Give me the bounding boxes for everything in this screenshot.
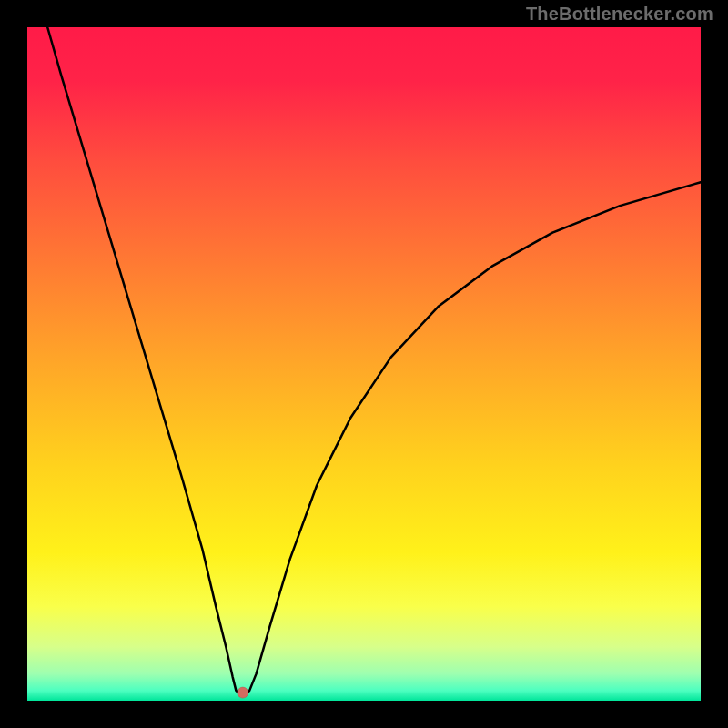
plot-frame-left	[0, 0, 27, 728]
plot-frame-right	[701, 0, 728, 728]
chart-container: TheBottlenecker.com	[0, 0, 728, 728]
plot-background	[27, 27, 701, 701]
bottleneck-chart	[0, 0, 728, 728]
minimum-marker	[238, 687, 248, 698]
plot-frame-bottom	[0, 701, 728, 728]
watermark-text: TheBottlenecker.com	[526, 4, 713, 25]
